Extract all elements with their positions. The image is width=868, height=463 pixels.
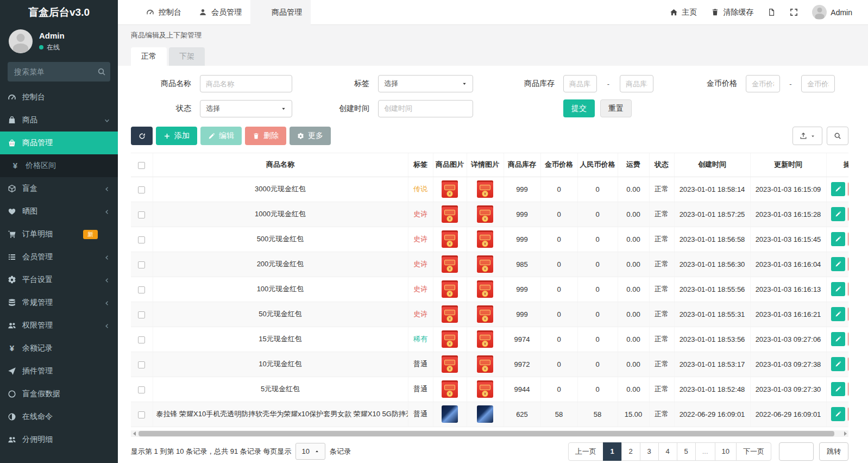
cell-updated: 2023-01-03 16:15:45 xyxy=(750,227,826,252)
pencil-icon xyxy=(835,386,841,392)
sidebar-item[interactable]: 在线命令 xyxy=(0,405,118,428)
search-icon[interactable] xyxy=(97,67,106,76)
row-edit-button[interactable] xyxy=(831,182,845,196)
tag-filter-select[interactable]: 选择 xyxy=(378,75,473,92)
sidebar-item[interactable]: 平台设置 xyxy=(0,268,118,291)
stock-min-input[interactable] xyxy=(563,75,597,92)
row-checkbox[interactable] xyxy=(138,186,145,193)
select-all-checkbox[interactable] xyxy=(138,162,145,169)
refresh-button[interactable] xyxy=(131,127,153,145)
row-checkbox[interactable] xyxy=(138,261,145,268)
row-checkbox[interactable] xyxy=(138,361,145,368)
scroll-right-arrow[interactable] xyxy=(842,430,848,437)
sidebar-item[interactable]: 订单明细 新 xyxy=(0,223,118,246)
reset-button[interactable]: 重置 xyxy=(600,99,632,117)
row-edit-button[interactable] xyxy=(831,382,845,396)
row-delete-button[interactable] xyxy=(848,382,849,396)
page-number-button[interactable]: 5 xyxy=(677,442,696,461)
hamburger-icon[interactable] xyxy=(118,0,137,25)
row-checkbox[interactable] xyxy=(138,411,145,418)
sidebar-item-label: 商品管理 xyxy=(22,138,98,148)
cell-stock: 999 xyxy=(504,227,540,252)
created-filter-input[interactable] xyxy=(378,100,473,117)
gold-max-input[interactable] xyxy=(801,75,835,92)
row-checkbox[interactable] xyxy=(138,336,145,343)
row-checkbox[interactable] xyxy=(138,386,145,393)
row-delete-button[interactable] xyxy=(848,282,849,296)
log-button[interactable] xyxy=(760,0,783,25)
submit-button[interactable]: 提交 xyxy=(563,99,595,117)
name-filter-input[interactable] xyxy=(200,75,292,92)
next-page-button[interactable]: 下一页 xyxy=(736,442,771,461)
prev-page-button[interactable]: 上一页 xyxy=(568,442,603,461)
row-checkbox[interactable] xyxy=(138,236,145,243)
sidebar-item[interactable]: 商品 xyxy=(0,109,118,132)
jump-button[interactable]: 跳转 xyxy=(819,442,848,461)
delete-button[interactable]: 删除 xyxy=(245,127,286,145)
page-number-button[interactable]: 10 xyxy=(715,442,737,461)
cell-rmb-price: 0 xyxy=(577,302,618,327)
export-button[interactable] xyxy=(792,127,822,145)
edit-button[interactable]: 编辑 xyxy=(200,127,242,145)
row-checkbox[interactable] xyxy=(138,286,145,293)
user-status-label: 在线 xyxy=(47,43,60,52)
page-number-button[interactable]: ... xyxy=(695,442,715,461)
row-edit-button[interactable] xyxy=(831,307,845,321)
fullscreen-button[interactable] xyxy=(783,0,805,25)
sidebar-item[interactable]: 权限管理 xyxy=(0,314,118,337)
sidebar-item[interactable]: 盲盒 xyxy=(0,177,118,200)
home-link[interactable]: 主页 xyxy=(663,0,704,25)
row-delete-button[interactable] xyxy=(848,207,849,221)
row-edit-button[interactable] xyxy=(831,207,845,221)
page-number-button[interactable]: 4 xyxy=(658,442,677,461)
sidebar-item[interactable]: 会员管理 xyxy=(0,246,118,268)
page-number-button[interactable]: 1 xyxy=(603,442,622,461)
topbar-nav-item[interactable]: 控制台 xyxy=(137,0,190,25)
sidebar-item[interactable]: 盲盒假数据 xyxy=(0,383,118,405)
stock-max-input[interactable] xyxy=(620,75,653,92)
row-edit-button[interactable] xyxy=(831,407,845,421)
clear-cache-link[interactable]: 清除缓存 xyxy=(704,0,760,25)
row-delete-button[interactable] xyxy=(848,182,849,196)
search-toggle-button[interactable] xyxy=(827,127,848,145)
page-size-select[interactable]: 10 xyxy=(295,443,325,460)
row-delete-button[interactable] xyxy=(848,357,849,371)
sidebar-item[interactable]: 商品管理 xyxy=(0,132,118,154)
page-number-button[interactable]: 2 xyxy=(621,442,640,461)
row-edit-button[interactable] xyxy=(831,332,845,346)
row-edit-button[interactable] xyxy=(831,232,845,246)
page-number-button[interactable]: 3 xyxy=(640,442,659,461)
topbar-nav-item[interactable]: 会员管理 xyxy=(190,0,250,25)
topbar-right: 主页 清除缓存 Admin xyxy=(663,0,868,25)
sidebar-item[interactable]: 常规管理 xyxy=(0,291,118,314)
jump-page-input[interactable] xyxy=(779,442,814,461)
topbar-nav-item[interactable]: 商品管理 xyxy=(250,0,311,25)
row-delete-button[interactable] xyxy=(848,257,849,271)
row-checkbox[interactable] xyxy=(138,211,145,218)
row-edit-button[interactable] xyxy=(831,357,845,371)
gold-min-input[interactable] xyxy=(746,75,780,92)
row-delete-button[interactable] xyxy=(848,332,849,346)
row-delete-button[interactable] xyxy=(848,232,849,246)
scroll-left-arrow[interactable] xyxy=(131,430,137,437)
scrollbar-thumb[interactable] xyxy=(139,431,834,436)
more-button[interactable]: 更多 xyxy=(290,127,331,145)
row-delete-button[interactable] xyxy=(848,307,849,321)
tab-offshelf[interactable]: 下架 xyxy=(169,47,205,66)
menu-search-input[interactable] xyxy=(8,62,110,82)
row-edit-button[interactable] xyxy=(831,257,845,271)
status-filter-select[interactable]: 选择 xyxy=(200,100,292,117)
tab-normal[interactable]: 正常 xyxy=(131,47,167,66)
add-button[interactable]: 添加 xyxy=(156,127,197,145)
cell-product-name: 200元现金红包 xyxy=(153,252,408,277)
sidebar-item[interactable]: ¥ 价格区间 xyxy=(0,154,118,177)
sidebar-item[interactable]: 晒图 xyxy=(0,200,118,223)
row-delete-button[interactable] xyxy=(848,407,849,421)
sidebar-item[interactable]: 分佣明细 xyxy=(0,428,118,451)
sidebar-item[interactable]: 控制台 xyxy=(0,86,118,109)
row-checkbox[interactable] xyxy=(138,311,145,318)
sidebar-item[interactable]: 插件管理 xyxy=(0,360,118,383)
sidebar-item[interactable]: ¥ 余额记录 xyxy=(0,337,118,360)
row-edit-button[interactable] xyxy=(831,282,845,296)
account-menu[interactable]: Admin xyxy=(805,0,859,25)
